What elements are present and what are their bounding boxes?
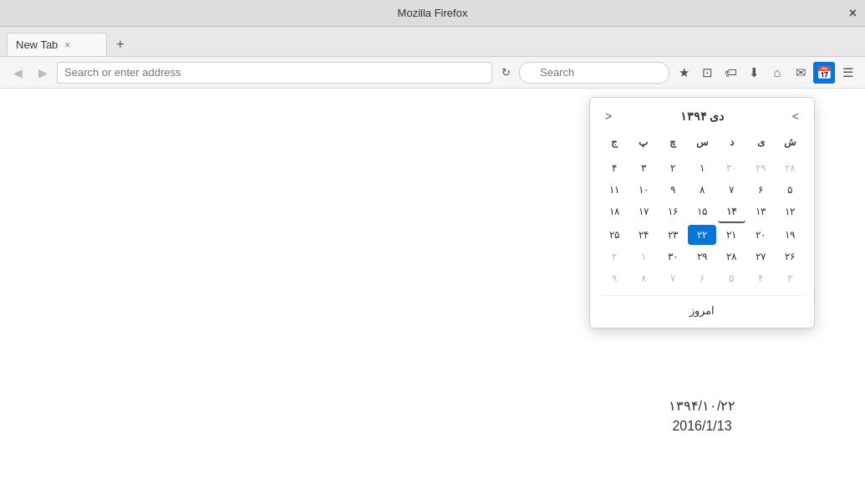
calendar-day[interactable]: ۶ bbox=[688, 268, 715, 288]
calendar-day[interactable]: ۲۹ bbox=[747, 158, 775, 178]
search-wrapper: 🔍 bbox=[519, 62, 669, 84]
calendar-day[interactable]: ۲۲ bbox=[688, 225, 715, 245]
calendar-grid: ش ی د س چ پ ج bbox=[600, 133, 804, 151]
calendar-day[interactable]: ۱۹ bbox=[776, 225, 804, 245]
calendar-day[interactable]: ۲۴ bbox=[629, 225, 657, 245]
day-header-p: پ bbox=[629, 133, 657, 151]
calendar-day[interactable]: ۵ bbox=[718, 268, 745, 288]
pocket-icon[interactable]: 🏷 bbox=[720, 62, 741, 84]
tab-close-icon[interactable]: × bbox=[64, 39, 70, 51]
calendar-day[interactable]: ۱ bbox=[629, 247, 657, 267]
calendar-day[interactable]: ۳۰ bbox=[659, 247, 686, 267]
day-header-sh: ش bbox=[776, 133, 804, 151]
container-icon[interactable]: ⊡ bbox=[696, 62, 718, 84]
calendar-day[interactable]: ۳۰ bbox=[718, 158, 745, 178]
today-button[interactable]: امروز bbox=[689, 304, 715, 317]
date-persian: ۱۳۹۴/۱۰/۲۲ bbox=[589, 398, 815, 414]
address-input[interactable] bbox=[57, 62, 492, 84]
day-header-j: ج bbox=[600, 133, 628, 151]
calendar-day[interactable]: ۸ bbox=[688, 180, 715, 200]
calendar-day[interactable]: ۲۶ bbox=[776, 247, 804, 267]
calendar-title: دی ۱۳۹۴ bbox=[680, 109, 725, 123]
calendar-day[interactable]: ۱۸ bbox=[600, 201, 628, 223]
tab-label: New Tab bbox=[16, 38, 58, 51]
calendar-day[interactable]: ۱۳ bbox=[747, 201, 775, 223]
download-icon[interactable]: ⬇ bbox=[743, 62, 765, 84]
calendar-day[interactable]: ۲ bbox=[659, 158, 686, 178]
calendar-day[interactable]: ۹ bbox=[600, 268, 628, 288]
calendar-day[interactable]: ۲۸ bbox=[718, 247, 745, 267]
calendar-day[interactable]: ۲ bbox=[600, 247, 628, 267]
calendar-days: ۲۸۲۹۳۰۱۲۳۴۵۶۷۸۹۱۰۱۱۱۲۱۳۱۴۱۵۱۶۱۷۱۸۱۹۲۰۲۱۲… bbox=[600, 158, 804, 288]
calendar-day[interactable]: ۲۱ bbox=[718, 225, 745, 245]
main-content: > دی ۱۳۹۴ < ش ی د س چ پ ج ۲۸۲۹۳۰۱۲۳۴۵۶۷۸… bbox=[0, 89, 865, 504]
chat-icon[interactable]: ✉ bbox=[790, 62, 812, 84]
calendar-extension-icon[interactable]: 📅 bbox=[813, 62, 835, 84]
refresh-button[interactable]: ↻ bbox=[496, 62, 516, 84]
home-icon[interactable]: ⌂ bbox=[766, 62, 788, 84]
calendar-day[interactable]: ۱۰ bbox=[629, 180, 657, 200]
calendar-next-button[interactable]: > bbox=[787, 108, 804, 125]
calendar-day[interactable]: ۱۲ bbox=[776, 201, 804, 223]
calendar-footer: امروز bbox=[600, 295, 804, 318]
calendar-day[interactable]: ۲۳ bbox=[659, 225, 686, 245]
calendar-day[interactable]: ۹ bbox=[659, 180, 686, 200]
back-button[interactable]: ◀ bbox=[7, 62, 28, 84]
calendar-day[interactable]: ۱۵ bbox=[688, 201, 715, 223]
title-bar: Mozilla Firefox × bbox=[0, 0, 865, 27]
new-tab-button[interactable]: + bbox=[110, 34, 130, 54]
calendar-day[interactable]: ۲۵ bbox=[600, 225, 628, 245]
calendar-day[interactable]: ۸ bbox=[629, 268, 657, 288]
forward-icon: ▶ bbox=[38, 66, 48, 79]
calendar-day[interactable]: ۱۶ bbox=[659, 201, 686, 223]
menu-icon[interactable]: ☰ bbox=[837, 62, 858, 84]
day-header-ch: چ bbox=[659, 133, 686, 151]
date-display: ۱۳۹۴/۱۰/۲۲ 2016/1/13 bbox=[589, 398, 815, 434]
calendar-day[interactable]: ۳ bbox=[629, 158, 657, 178]
calendar-day[interactable]: ۴ bbox=[747, 268, 775, 288]
calendar-day[interactable]: ۷ bbox=[659, 268, 686, 288]
calendar-day[interactable]: ۱ bbox=[688, 158, 715, 178]
calendar-day[interactable]: ۱۴ bbox=[718, 201, 745, 223]
forward-button[interactable]: ▶ bbox=[32, 62, 53, 84]
calendar-day[interactable]: ۲۸ bbox=[776, 158, 804, 178]
search-input[interactable] bbox=[519, 62, 669, 84]
day-header-d: د bbox=[718, 133, 745, 151]
calendar-prev-button[interactable]: < bbox=[600, 108, 617, 125]
window-title: Mozilla Firefox bbox=[398, 7, 468, 19]
tab-new-tab[interactable]: New Tab × bbox=[7, 33, 107, 56]
date-gregorian: 2016/1/13 bbox=[589, 419, 815, 434]
tab-bar: New Tab × + bbox=[0, 27, 865, 57]
nav-bar: ◀ ▶ ↻ 🔍 ★ ⊡ 🏷 ⬇ ⌂ ✉ 📅 ☰ bbox=[0, 57, 865, 89]
calendar-day[interactable]: ۲۷ bbox=[747, 247, 775, 267]
nav-icons: ★ ⊡ 🏷 ⬇ ⌂ ✉ 📅 ☰ bbox=[673, 62, 858, 84]
bookmark-star-icon[interactable]: ★ bbox=[673, 62, 695, 84]
calendar-day[interactable]: ۲۹ bbox=[688, 247, 715, 267]
calendar-day[interactable]: ۵ bbox=[776, 180, 804, 200]
calendar-header: > دی ۱۳۹۴ < bbox=[600, 108, 804, 125]
calendar-popup: > دی ۱۳۹۴ < ش ی د س چ پ ج ۲۸۲۹۳۰۱۲۳۴۵۶۷۸… bbox=[589, 97, 815, 328]
refresh-icon: ↻ bbox=[501, 66, 511, 79]
calendar-day[interactable]: ۶ bbox=[747, 180, 775, 200]
calendar-day[interactable]: ۱۷ bbox=[629, 201, 657, 223]
calendar-day[interactable]: ۱۱ bbox=[600, 180, 628, 200]
calendar-day[interactable]: ۲۰ bbox=[747, 225, 775, 245]
day-header-s: س bbox=[688, 133, 715, 151]
close-button[interactable]: × bbox=[849, 7, 857, 20]
calendar-day[interactable]: ۳ bbox=[776, 268, 804, 288]
day-header-y: ی bbox=[747, 133, 775, 151]
calendar-day[interactable]: ۷ bbox=[718, 180, 745, 200]
back-icon: ◀ bbox=[13, 66, 23, 79]
calendar-day[interactable]: ۴ bbox=[600, 158, 628, 178]
